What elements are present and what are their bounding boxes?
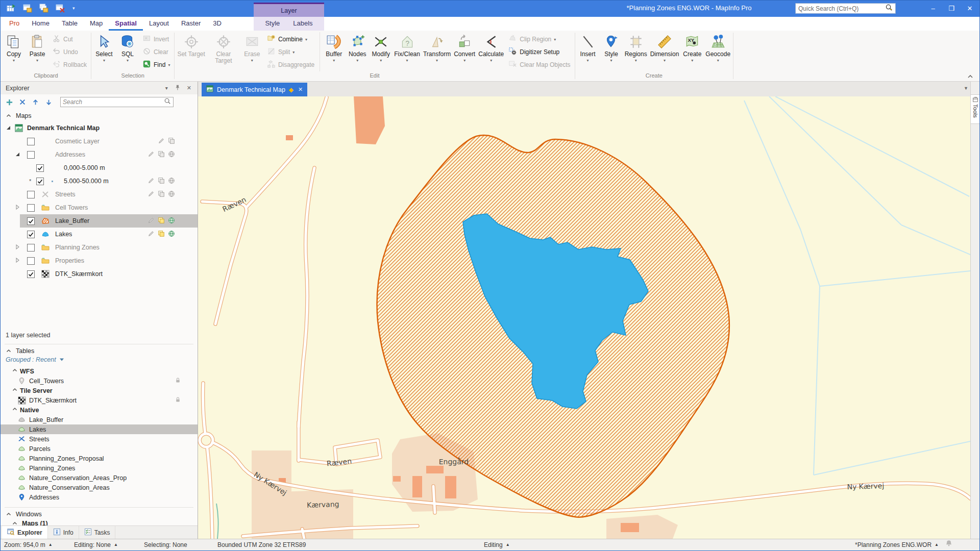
ribbon-buffer-button[interactable]: Buffer▾ xyxy=(322,31,346,63)
table-item-lake-buffer[interactable]: Lake_Buffer xyxy=(1,415,198,424)
tab-3d[interactable]: 3D xyxy=(207,17,228,31)
tab-close-icon[interactable]: ✕ xyxy=(297,86,303,93)
pencil-icon[interactable] xyxy=(158,137,165,146)
globe-gray-icon[interactable] xyxy=(168,151,175,159)
ribbon-dimension-button[interactable]: Dimension▾ xyxy=(649,31,681,63)
tools-vertical-tab[interactable]: Tools xyxy=(971,94,980,124)
qat-dropdown-caret[interactable]: ▾ xyxy=(71,6,75,11)
save-window-icon[interactable] xyxy=(22,3,32,13)
tree-row-streets[interactable]: Streets xyxy=(1,188,198,201)
checkbox[interactable] xyxy=(27,151,35,159)
table-item-lakes[interactable]: Lakes xyxy=(1,424,198,434)
move-down-icon[interactable] xyxy=(45,98,53,106)
tree-row-denmark-technical-map[interactable]: Denmark Technical Map xyxy=(1,121,198,135)
tree-row-cosmetic-layer[interactable]: Cosmetic Layer xyxy=(1,135,198,148)
map-document-tab[interactable]: Denmark Technical Map ◆ ✕ xyxy=(202,83,307,96)
expanded-icon[interactable] xyxy=(6,124,12,132)
tab-list-caret-icon[interactable]: ▼ xyxy=(964,86,968,91)
checkbox-checked[interactable] xyxy=(36,164,44,172)
windows-section-header[interactable]: Windows xyxy=(1,509,198,519)
panel-close-icon[interactable]: ✕ xyxy=(187,85,191,91)
checkbox-checked[interactable] xyxy=(27,270,35,278)
tab-pro[interactable]: Pro xyxy=(3,17,26,31)
ribbon-regions-button[interactable]: Regions▾ xyxy=(623,31,649,63)
checkbox[interactable] xyxy=(27,244,35,252)
tree-row-planning-zones[interactable]: Planning Zones xyxy=(1,241,198,254)
move-up-icon[interactable] xyxy=(32,98,39,106)
status-editing[interactable]: Editing: None▲ xyxy=(74,539,118,550)
panel-tab-explorer[interactable]: Explorer xyxy=(2,526,48,539)
checkbox-checked[interactable] xyxy=(27,231,35,238)
tree-row-lakes[interactable]: Lakes xyxy=(1,228,198,241)
tab-style[interactable]: Style xyxy=(260,17,285,31)
tree-row-dtk-skærmkort[interactable]: DTK_Skærmkort xyxy=(1,267,198,281)
tab-map[interactable]: Map xyxy=(84,17,109,31)
open-table-icon[interactable] xyxy=(6,3,16,13)
tree-row-0-000-5-000-m[interactable]: 0,000-5.000 m xyxy=(1,161,198,174)
pencil-icon[interactable] xyxy=(148,151,155,159)
panel-tab-info[interactable]: Info xyxy=(48,526,79,539)
ribbon-insert-button[interactable]: Insert▾ xyxy=(576,31,600,63)
close-table-icon[interactable] xyxy=(55,3,65,13)
tables-group-wfs[interactable]: WFS xyxy=(1,366,198,376)
tree-row-addresses[interactable]: Addresses xyxy=(1,148,198,161)
checkbox-checked[interactable] xyxy=(27,217,35,225)
quick-search-input[interactable] xyxy=(798,5,885,12)
checkbox[interactable] xyxy=(27,204,35,212)
status-workspace[interactable]: *Planning Zones ENG.WOR▲ xyxy=(855,539,939,550)
table-item-nature-conservation-areas[interactable]: Nature_Conservation_Areas xyxy=(1,483,198,492)
remove-icon[interactable] xyxy=(19,98,26,106)
pencil-icon[interactable] xyxy=(148,190,155,199)
panel-tab-tasks[interactable]: Tasks xyxy=(79,526,116,539)
globe-color-icon[interactable] xyxy=(168,217,175,226)
table-item-cell-towers[interactable]: Cell_Towers xyxy=(1,376,198,386)
ribbon-convert-button[interactable]: Convert▾ xyxy=(452,31,477,63)
maximize-button[interactable]: ❒ xyxy=(942,0,961,16)
save-workspace-icon[interactable] xyxy=(39,3,48,13)
tables-group-native[interactable]: Native xyxy=(1,405,198,415)
ribbon-modify-button[interactable]: Modify▾ xyxy=(369,31,393,63)
table-item-planning-zones[interactable]: Planning_Zones xyxy=(1,463,198,473)
checkbox[interactable] xyxy=(27,138,35,145)
tab-spatial[interactable]: Spatial xyxy=(109,17,143,31)
tables-grouping-control[interactable]: Grouped : Recent xyxy=(6,356,64,363)
table-item-nature-conservation-areas-prop[interactable]: Nature_Conservation_Areas_Prop xyxy=(1,473,198,483)
ribbon-select-button[interactable]: Select▾ xyxy=(92,31,116,63)
ribbon-create-button[interactable]: XYCreate▾ xyxy=(680,31,704,63)
ribbon-style-button[interactable]: Style▾ xyxy=(600,31,623,63)
table-item-addresses[interactable]: Addresses xyxy=(1,492,198,502)
tables-group-tile-server[interactable]: Tile Server xyxy=(1,386,198,395)
tree-row-lake-buffer[interactable]: Lake_Buffer xyxy=(1,214,198,228)
globe-gray-icon[interactable] xyxy=(168,190,175,199)
ribbon-combine-button[interactable]: Combine▾ xyxy=(265,34,316,44)
pin-icon[interactable] xyxy=(174,84,181,92)
table-item-dtk-skærmkort[interactable]: DTK_Skærmkort xyxy=(1,395,198,405)
tab-raster[interactable]: Raster xyxy=(175,17,207,31)
pencil-icon[interactable] xyxy=(148,217,155,226)
expanded-icon[interactable] xyxy=(15,151,21,158)
copy-gray-icon[interactable] xyxy=(158,151,165,159)
checkbox[interactable] xyxy=(27,257,35,265)
pencil-icon[interactable] xyxy=(148,177,155,186)
tab-home[interactable]: Home xyxy=(26,17,56,31)
ribbon-sql-button[interactable]: SQL▾ xyxy=(116,31,139,63)
globe-gray-icon[interactable] xyxy=(168,177,175,186)
map-canvas[interactable]: RævenRævenNy KærvejKærvangEnggårdNy Kærv… xyxy=(198,96,970,539)
ribbon-geocode-button[interactable]: Geocode▾ xyxy=(704,31,732,63)
collapsed-icon[interactable] xyxy=(15,204,21,211)
ribbon-collapse-button[interactable] xyxy=(967,72,975,80)
ribbon-copy-button[interactable]: Copy▾ xyxy=(2,31,26,63)
copy-gray-icon[interactable] xyxy=(158,177,165,186)
checkbox-checked[interactable] xyxy=(36,178,44,185)
status-zoom[interactable]: Zoom: 954,0 m▲ xyxy=(4,539,53,550)
tree-row-cell-towers[interactable]: Cell Towers xyxy=(1,201,198,214)
tab-layout[interactable]: Layout xyxy=(143,17,175,31)
ribbon-transform-button[interactable]: Transform▾ xyxy=(422,31,452,63)
copy-gray-icon[interactable] xyxy=(168,137,175,146)
collapsed-icon[interactable] xyxy=(15,244,21,251)
close-button[interactable]: ✕ xyxy=(961,0,979,16)
tree-row-properties[interactable]: Properties xyxy=(1,254,198,267)
pencil-icon[interactable] xyxy=(148,230,155,239)
ribbon-paste-button[interactable]: Paste▾ xyxy=(26,31,49,63)
ribbon-fix-clean-button[interactable]: ?Fix/Clean▾ xyxy=(393,31,422,63)
